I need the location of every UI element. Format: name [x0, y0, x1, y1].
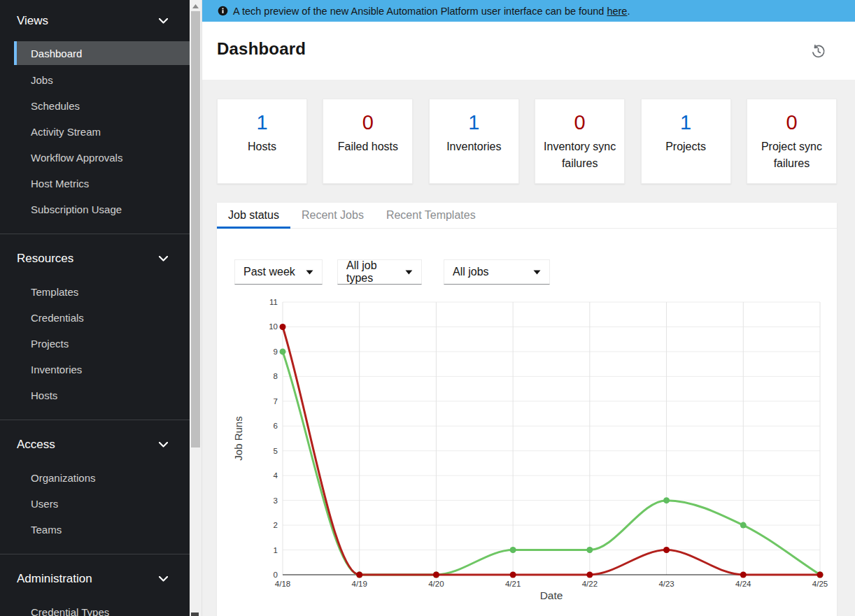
stat-label: Hosts	[218, 138, 306, 155]
point-red-failed[interactable]	[280, 324, 286, 330]
stat-value: 1	[642, 110, 730, 135]
job-type-select[interactable]: All job types	[337, 259, 422, 285]
svg-text:4/18: 4/18	[275, 580, 290, 588]
page-title: Dashboard	[217, 39, 306, 59]
point-green-successful[interactable]	[586, 547, 593, 553]
point-red-failed[interactable]	[510, 572, 516, 578]
sidebar-scrollbar[interactable]	[190, 0, 202, 616]
chevron-down-icon	[159, 256, 168, 262]
stat-card-inventory-sync-failures[interactable]: 0Inventory sync failures	[535, 99, 625, 184]
svg-text:3: 3	[274, 496, 278, 505]
caret-down-icon	[533, 270, 541, 275]
sidebar-section-administration: AdministrationCredential Types	[0, 554, 190, 616]
select-value: Past week	[243, 266, 295, 278]
stat-card-failed-hosts[interactable]: 0Failed hosts	[323, 99, 413, 184]
point-red-failed[interactable]	[740, 572, 747, 578]
sidebar-item-subscription-usage[interactable]: Subscription Usage	[0, 196, 190, 222]
sidebar-section-toggle-access[interactable]: Access	[0, 429, 190, 465]
caret-down-icon	[306, 270, 313, 275]
svg-text:4/23: 4/23	[658, 580, 674, 588]
filters-row: Past weekAll job typesAll jobs	[234, 259, 550, 285]
scrollbar-thumb[interactable]	[191, 11, 200, 447]
sidebar-item-templates[interactable]: Templates	[0, 279, 190, 305]
sidebar-item-jobs[interactable]: Jobs	[0, 67, 190, 93]
line-green-successful	[283, 352, 820, 575]
svg-text:4/22: 4/22	[582, 580, 598, 588]
section-label: Views	[17, 14, 48, 28]
section-label: Access	[17, 438, 55, 452]
svg-text:8: 8	[274, 372, 278, 380]
sidebar-item-inventories[interactable]: Inventories	[0, 357, 190, 382]
chevron-down-icon	[159, 576, 168, 582]
svg-text:6: 6	[274, 422, 278, 430]
job-status-panel: Job statusRecent JobsRecent Templates Pa…	[217, 203, 837, 616]
job-runs-chart: 012345678910114/184/194/204/214/224/234/…	[231, 294, 833, 608]
sidebar-item-credentials[interactable]: Credentials	[0, 305, 190, 331]
tab-job-status[interactable]: Job status	[217, 203, 290, 228]
stat-card-project-sync-failures[interactable]: 0Project sync failures	[747, 99, 837, 184]
sidebar-item-workflow-approvals[interactable]: Workflow Approvals	[0, 145, 190, 171]
sidebar-section-toggle-resources[interactable]: Resources	[0, 243, 190, 279]
y-axis-label: Job Runs	[232, 416, 244, 460]
point-red-failed[interactable]	[586, 572, 593, 578]
select-value: All job types	[346, 259, 405, 285]
stat-label: Inventories	[430, 138, 518, 155]
stat-value: 0	[747, 110, 836, 135]
scrollbar-bottom-mark	[191, 613, 199, 616]
sidebar-item-host-metrics[interactable]: Host Metrics	[0, 171, 190, 196]
section-label: Administration	[17, 572, 92, 586]
sidebar-section-access: AccessOrganizationsUsersTeams	[0, 420, 190, 554]
tech-preview-banner: A tech preview of the new Ansible Automa…	[202, 0, 855, 22]
point-green-successful[interactable]	[663, 497, 670, 503]
sidebar-section-toggle-administration[interactable]: Administration	[0, 564, 190, 599]
svg-text:1: 1	[274, 546, 278, 554]
sidebar-item-organizations[interactable]: Organizations	[0, 465, 190, 491]
point-red-failed[interactable]	[817, 572, 824, 578]
svg-text:7: 7	[274, 397, 278, 406]
sidebar-item-hosts[interactable]: Hosts	[0, 382, 190, 408]
sidebar-item-schedules[interactable]: Schedules	[0, 93, 190, 119]
stat-label: Inventory sync failures	[535, 138, 624, 172]
point-green-successful[interactable]	[280, 348, 286, 354]
stat-value: 1	[218, 110, 306, 135]
chevron-down-icon	[159, 18, 168, 24]
svg-text:0: 0	[274, 571, 278, 579]
stat-value: 0	[535, 110, 624, 135]
sidebar-item-activity-stream[interactable]: Activity Stream	[0, 119, 190, 145]
caret-down-icon	[405, 270, 413, 275]
banner-here-link[interactable]: here	[607, 6, 627, 17]
job-filter-select[interactable]: All jobs	[444, 259, 550, 285]
point-red-failed[interactable]	[356, 572, 362, 578]
sidebar-section-toggle-views[interactable]: Views	[0, 6, 190, 41]
tab-recent-jobs[interactable]: Recent Jobs	[290, 203, 375, 228]
sidebar-item-users[interactable]: Users	[0, 491, 190, 517]
point-red-failed[interactable]	[663, 547, 670, 553]
stat-card-projects[interactable]: 1Projects	[641, 99, 731, 184]
svg-text:11: 11	[269, 298, 278, 306]
info-circle-icon	[218, 6, 228, 16]
stat-card-hosts[interactable]: 1Hosts	[217, 99, 307, 184]
select-value: All jobs	[453, 266, 489, 278]
point-green-successful[interactable]	[510, 547, 516, 553]
tabs: Job statusRecent JobsRecent Templates	[217, 203, 837, 229]
stat-card-inventories[interactable]: 1Inventories	[429, 99, 519, 184]
scrollbar-up-arrow-icon[interactable]	[190, 1, 202, 10]
stats-row: 1Hosts0Failed hosts1Inventories0Inventor…	[217, 99, 837, 184]
stat-value: 1	[430, 110, 518, 135]
svg-text:2: 2	[274, 521, 278, 529]
period-select[interactable]: Past week	[234, 259, 323, 285]
sidebar-item-dashboard[interactable]: Dashboard	[14, 41, 190, 65]
stat-value: 0	[323, 110, 412, 135]
banner-text: A tech preview of the new Ansible Automa…	[233, 6, 630, 17]
section-label: Resources	[17, 252, 73, 266]
tab-recent-templates[interactable]: Recent Templates	[375, 203, 487, 228]
sidebar-item-projects[interactable]: Projects	[0, 331, 190, 357]
history-icon[interactable]	[810, 43, 826, 59]
sidebar: ViewsDashboardJobsSchedulesActivity Stre…	[0, 0, 190, 616]
point-red-failed[interactable]	[433, 572, 439, 578]
sidebar-item-credential-types[interactable]: Credential Types	[0, 599, 190, 616]
sidebar-item-teams[interactable]: Teams	[0, 517, 190, 543]
svg-text:9: 9	[274, 348, 278, 356]
point-green-successful[interactable]	[740, 522, 747, 529]
svg-text:5: 5	[274, 447, 278, 455]
